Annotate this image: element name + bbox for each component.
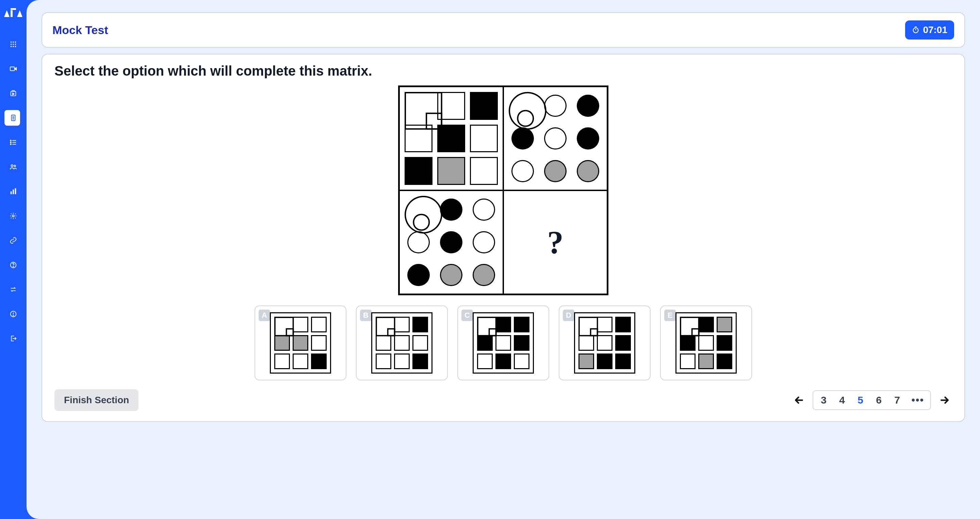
answer-options: ABCDE: [54, 305, 952, 380]
svg-rect-22: [13, 190, 14, 195]
svg-point-10: [11, 46, 12, 47]
svg-rect-2: [11, 8, 16, 10]
nav-swap-icon[interactable]: [5, 282, 21, 297]
svg-point-11: [13, 46, 14, 47]
svg-point-8: [13, 43, 14, 45]
option-figure: [473, 312, 534, 374]
page-number[interactable]: 3: [819, 394, 827, 406]
option-badge: D: [563, 310, 574, 321]
svg-point-29: [913, 28, 918, 33]
page-number[interactable]: 5: [856, 394, 864, 406]
svg-point-17: [10, 142, 11, 143]
sidebar: [0, 0, 27, 519]
question-footer: Finish Section 34567•••: [54, 389, 952, 411]
svg-rect-13: [10, 67, 14, 71]
matrix-cell-missing: ?: [503, 190, 608, 294]
pager-next-button[interactable]: [937, 393, 952, 408]
answer-option-b[interactable]: B: [356, 305, 448, 380]
stopwatch-icon: [912, 26, 920, 34]
question-prompt: Select the option which will complete th…: [54, 63, 952, 79]
nav-link-icon[interactable]: [5, 233, 21, 248]
svg-point-28: [13, 315, 14, 316]
svg-point-9: [15, 43, 16, 45]
page-title: Mock Test: [52, 24, 108, 37]
main-area: Mock Test 07:01 Select the option which …: [27, 0, 980, 519]
svg-point-20: [14, 165, 16, 167]
nav-list-icon[interactable]: [5, 134, 21, 150]
svg-rect-23: [15, 188, 16, 194]
nav-logout-icon[interactable]: [5, 331, 21, 347]
page-number[interactable]: 7: [893, 394, 901, 406]
atom-logo-icon: [4, 8, 22, 18]
svg-point-24: [12, 215, 14, 217]
question-pager: 34567•••: [791, 390, 952, 410]
page-number-list: 34567•••: [813, 390, 931, 410]
option-badge: E: [664, 310, 676, 321]
svg-point-6: [15, 42, 16, 43]
page-number[interactable]: 4: [838, 394, 846, 406]
option-figure: [675, 312, 737, 374]
nav-gear-icon[interactable]: [5, 208, 21, 224]
brand-logo: [4, 8, 22, 20]
svg-point-4: [11, 42, 12, 43]
timer-value: 07:01: [923, 24, 947, 35]
question-matrix: ?: [398, 85, 608, 295]
nav-alert-icon[interactable]: [5, 306, 21, 322]
nav-play-library-icon[interactable]: [5, 85, 21, 101]
page-ellipsis: •••: [911, 394, 924, 406]
svg-rect-21: [11, 192, 12, 194]
option-badge: C: [461, 310, 473, 321]
option-badge: A: [259, 310, 270, 321]
matrix-cell-bottom-left: [399, 190, 503, 294]
countdown-timer: 07:01: [905, 21, 954, 40]
pager-prev-button[interactable]: [791, 393, 807, 408]
svg-point-16: [10, 140, 11, 141]
answer-option-e[interactable]: E: [660, 305, 752, 380]
matrix-cell-top-right: [503, 86, 608, 190]
svg-point-5: [13, 42, 14, 43]
option-figure: [371, 312, 433, 374]
nav-help-icon[interactable]: [5, 257, 21, 273]
answer-option-a[interactable]: A: [255, 305, 347, 380]
nav-users-icon[interactable]: [5, 159, 21, 175]
arrow-right-icon: [939, 394, 950, 406]
svg-point-7: [11, 43, 12, 45]
nav-video-icon[interactable]: [5, 61, 21, 77]
option-figure: [574, 312, 635, 374]
svg-rect-1: [11, 10, 13, 17]
finish-section-button[interactable]: Finish Section: [54, 389, 138, 411]
answer-option-c[interactable]: C: [457, 305, 549, 380]
svg-point-18: [10, 144, 11, 145]
svg-marker-0: [4, 10, 10, 17]
nav-document-icon[interactable]: [5, 110, 20, 126]
svg-point-12: [15, 46, 16, 47]
svg-point-19: [11, 165, 13, 167]
top-bar: Mock Test 07:01: [41, 12, 965, 48]
page-number[interactable]: 6: [875, 394, 883, 406]
nav-bar-chart-icon[interactable]: [5, 184, 21, 199]
nav-grid-icon[interactable]: [5, 37, 21, 52]
option-figure: [270, 312, 331, 374]
svg-point-26: [13, 266, 14, 267]
option-badge: B: [360, 310, 372, 321]
svg-marker-3: [17, 10, 22, 17]
question-card: Select the option which will complete th…: [41, 54, 965, 422]
matrix-cell-top-left: [399, 86, 503, 190]
answer-option-d[interactable]: D: [559, 305, 651, 380]
arrow-left-icon: [793, 394, 805, 406]
